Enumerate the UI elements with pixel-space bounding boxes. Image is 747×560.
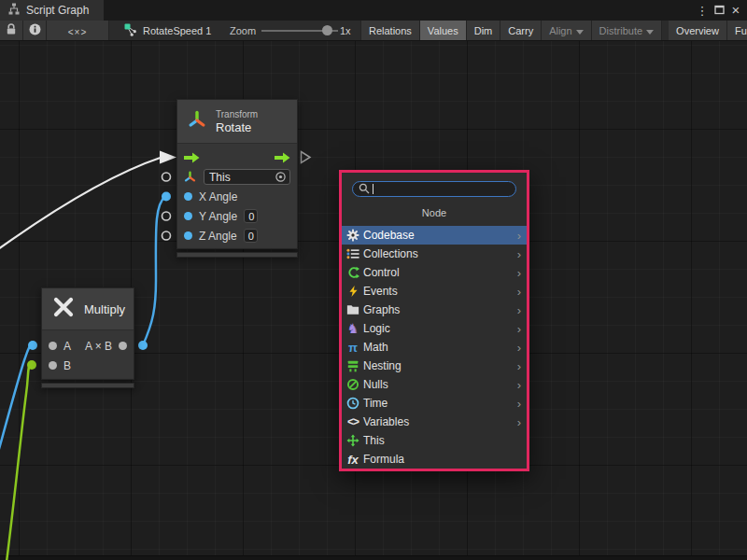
toolbar-button-carry[interactable]: Carry [500, 21, 542, 41]
z-angle-row: Z Angle 0 [177, 226, 297, 245]
popup-item-label: Math [363, 341, 517, 354]
search-field[interactable] [352, 181, 516, 197]
wire-blue-multiply-to-xangle [143, 197, 165, 346]
lock-button[interactable] [0, 21, 23, 41]
popup-item-math[interactable]: πMath› [342, 338, 527, 357]
popup-item-time[interactable]: Time› [342, 394, 527, 413]
a-label: A [63, 340, 71, 353]
rotate-this-port-ring[interactable] [162, 173, 171, 181]
tab-script-graph[interactable]: Script Graph [0, 0, 104, 21]
axb-output-port[interactable] [119, 342, 127, 350]
lightning-icon [345, 284, 360, 299]
b-input-port[interactable] [49, 361, 57, 370]
tab-bar: Script Graph ⋮× [0, 0, 747, 21]
chevron-right-icon: › [517, 416, 521, 428]
flow-out-arrow-icon[interactable] [275, 152, 290, 163]
x-angle-port[interactable] [184, 192, 192, 201]
toolbar-button-full-screen[interactable]: Full Screen [727, 21, 747, 41]
toolbar-button-distribute: Distribute [592, 21, 662, 41]
object-picker-icon[interactable] [275, 171, 287, 183]
popup-item-formula[interactable]: fxFormula [342, 450, 527, 469]
toolbar-button-label: Align [549, 25, 571, 36]
rotate-yangle-port-ring[interactable] [162, 212, 171, 220]
chevron-right-icon: › [517, 360, 521, 372]
popup-item-this[interactable]: This [342, 431, 527, 450]
popup-item-label: Time [363, 397, 517, 410]
chevron-right-icon: › [517, 286, 521, 298]
wire-white-flow [0, 158, 162, 253]
graph-reference-label: RotateSpeed 1 [143, 25, 211, 36]
zoom-slider-knob[interactable] [322, 25, 332, 35]
popup-item-label: Formula [363, 453, 523, 466]
popup-item-variables[interactable]: <>Variables› [342, 413, 527, 431]
menu-dots-icon: ⋮ [697, 2, 709, 19]
multiply-a-port-dot[interactable] [28, 341, 37, 350]
node-search-input[interactable] [376, 184, 510, 195]
popup-item-label: Collections [363, 247, 517, 260]
multiply-b-port-dot[interactable] [27, 360, 36, 370]
popup-item-label: Nesting [363, 359, 517, 372]
z-angle-input[interactable]: 0 [244, 229, 258, 243]
variables-icon: <> [345, 414, 360, 429]
window-menu-button[interactable]: ⋮ [694, 0, 711, 21]
text-caret [373, 184, 374, 194]
code-icon: <×> [68, 22, 88, 39]
toolbar-buttons: RelationsValuesDimCarryAlignDistributeOv… [360, 21, 747, 41]
popup-item-codebase[interactable]: Codebase› [342, 226, 527, 245]
knight-icon: ♞ [345, 321, 360, 336]
multiply-out-port-dot[interactable] [138, 341, 148, 350]
popup-item-label: Nulls [363, 378, 517, 391]
rotate-xangle-port-dot[interactable] [162, 192, 171, 202]
clock-icon [345, 396, 360, 411]
info-button[interactable] [23, 21, 47, 41]
control-icon [345, 265, 360, 280]
this-object-field[interactable]: This [204, 169, 290, 185]
multiply-node[interactable]: Multiply A A × B B [41, 287, 134, 388]
rotate-node[interactable]: Transform Rotate This [176, 99, 298, 258]
toolbar-button-values[interactable]: Values [420, 21, 467, 41]
popup-item-collections[interactable]: Collections› [342, 245, 527, 263]
gear-icon [345, 228, 360, 243]
popup-item-label: Codebase [363, 229, 517, 242]
popup-item-events[interactable]: Events› [342, 282, 527, 301]
toolbar-button-label: Distribute [599, 25, 642, 36]
x-angle-row: X Angle [177, 187, 297, 206]
lock-icon [6, 22, 17, 39]
popup-item-nesting[interactable]: Nesting› [342, 357, 527, 375]
toolbar-button-label: Full Screen [735, 25, 747, 36]
y-angle-port[interactable] [184, 212, 192, 220]
toolbar-button-label: Relations [369, 25, 412, 36]
toolbar-button-label: Values [428, 25, 458, 36]
flow-in-arrow-icon[interactable] [184, 152, 200, 163]
flow-ports-row [177, 147, 297, 167]
graph-reference-breadcrumb[interactable]: RotateSpeed 1 [124, 21, 211, 41]
popup-item-nulls[interactable]: Nulls› [342, 375, 527, 394]
window-controls: ⋮× [694, 0, 744, 21]
x-angle-label: X Angle [199, 190, 237, 203]
toolbar-button-relations[interactable]: Relations [361, 21, 420, 41]
multiply-node-header: Multiply [42, 288, 134, 330]
y-angle-input[interactable]: 0 [244, 209, 258, 223]
code-button[interactable]: <×> [47, 21, 109, 41]
a-input-port[interactable] [49, 342, 57, 350]
toolbar-button-overview[interactable]: Overview [669, 21, 727, 41]
graph-asset-icon [124, 23, 137, 38]
graph-toolbar: <×> RotateSpeed 1 Zoom 1x RelationsValue… [0, 21, 747, 41]
tab-label: Script Graph [26, 4, 89, 17]
popup-item-label: Variables [363, 415, 517, 428]
node-footer [176, 252, 298, 258]
toolbar-button-label: Dim [474, 25, 493, 36]
popup-item-label: Logic [363, 322, 517, 335]
rotate-zangle-port-ring[interactable] [162, 231, 171, 240]
window-close-button[interactable]: × [727, 0, 744, 21]
graph-canvas[interactable]: Transform Rotate This [0, 41, 747, 560]
toolbar-button-dim[interactable]: Dim [467, 21, 501, 41]
z-angle-port[interactable] [184, 231, 192, 240]
window-maximize-button[interactable] [711, 0, 727, 21]
popup-item-control[interactable]: Control› [342, 263, 527, 282]
node-footer [41, 383, 134, 388]
popup-item-logic[interactable]: ♞Logic› [342, 319, 527, 338]
chevron-right-icon: › [517, 267, 521, 279]
y-angle-label: Y Angle [199, 210, 237, 223]
popup-item-graphs[interactable]: Graphs› [342, 301, 527, 319]
